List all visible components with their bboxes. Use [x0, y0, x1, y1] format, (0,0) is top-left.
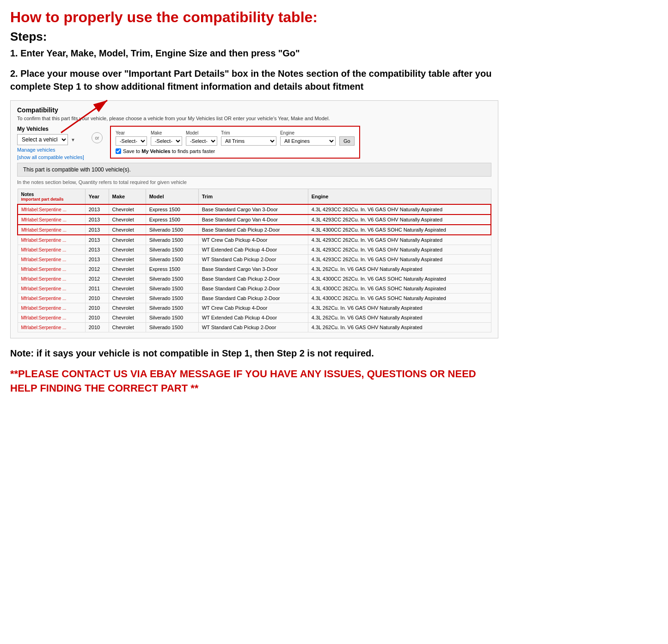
table-row: Mfrlabel:Serpentine ...2013ChevroletSilv… [18, 225, 491, 235]
table-row: Mfrlabel:Serpentine ...2012ChevroletExpr… [18, 264, 491, 274]
cell-make: Chevrolet [109, 245, 146, 255]
cell-trim: WT Extended Cab Pickup 4-Door [198, 313, 308, 323]
notes-cell: Mfrlabel:Serpentine ... [18, 215, 85, 225]
notes-cell: Mfrlabel:Serpentine ... [18, 264, 85, 274]
cell-trim: Base Standard Cargo Van 3-Door [198, 204, 308, 215]
cell-make: Chevrolet [109, 264, 146, 274]
cell-year: 2013 [85, 235, 109, 245]
cell-year: 2012 [85, 264, 109, 274]
cell-make: Chevrolet [109, 255, 146, 264]
table-body: Mfrlabel:Serpentine ...2013ChevroletExpr… [18, 204, 491, 332]
col-make: Make [109, 189, 146, 205]
year-select[interactable]: -Select- [116, 136, 147, 146]
engine-group: Engine All Engines [280, 130, 336, 146]
cell-engine: 4.3L 262Cu. In. V6 GAS OHV Naturally Asp… [308, 303, 491, 313]
cell-engine: 4.3L 4293CC 262Cu. In. V6 GAS OHV Natura… [308, 235, 491, 245]
engine-select[interactable]: All Engines [280, 136, 336, 146]
cell-make: Chevrolet [109, 284, 146, 294]
compat-count-bar: This part is compatible with 1000 vehicl… [17, 163, 491, 177]
col-notes: Notes Important part details [18, 189, 85, 205]
vehicle-select[interactable]: Select a vehicle [17, 134, 68, 145]
cell-model: Silverado 1500 [146, 235, 198, 245]
cell-make: Chevrolet [109, 294, 146, 303]
table-row: Mfrlabel:Serpentine ...2012ChevroletSilv… [18, 274, 491, 284]
cell-year: 2013 [85, 204, 109, 215]
contact-text: **PLEASE CONTACT US VIA EBAY MESSAGE IF … [10, 367, 498, 396]
cell-model: Express 1500 [146, 215, 198, 225]
table-row: Mfrlabel:Serpentine ...2013ChevroletSilv… [18, 255, 491, 264]
vehicle-select-row: Select a vehicle ▼ [17, 134, 84, 145]
compatibility-section: Compatibility To confirm that this part … [10, 100, 498, 338]
cell-trim: Base Standard Cab Pickup 2-Door [198, 294, 308, 303]
cell-trim: WT Standard Cab Pickup 2-Door [198, 255, 308, 264]
notes-cell: Mfrlabel:Serpentine ... [18, 245, 85, 255]
make-group: Make -Select- [151, 130, 182, 146]
step2-text: 2. Place your mouse over "Important Part… [10, 67, 498, 93]
table-row: Mfrlabel:Serpentine ...2010ChevroletSilv… [18, 313, 491, 323]
important-part-label: Important part details [21, 197, 82, 202]
cell-year: 2010 [85, 313, 109, 323]
go-button[interactable]: Go [339, 136, 355, 146]
manage-vehicles-link[interactable]: Manage vehicles [17, 147, 84, 153]
cell-engine: 4.3L 4300CC 262Cu. In. V6 GAS SOHC Natur… [308, 274, 491, 284]
make-select[interactable]: -Select- [151, 136, 182, 146]
steps-title: Steps: [10, 30, 498, 44]
cell-model: Silverado 1500 [146, 245, 198, 255]
cell-engine: 4.3L 4300CC 262Cu. In. V6 GAS SOHC Natur… [308, 284, 491, 294]
cell-trim: Base Standard Cab Pickup 2-Door [198, 274, 308, 284]
table-row: Mfrlabel:Serpentine ...2011ChevroletSilv… [18, 284, 491, 294]
or-divider: or [92, 132, 103, 143]
cell-model: Silverado 1500 [146, 294, 198, 303]
notes-cell: Mfrlabel:Serpentine ... [18, 255, 85, 264]
note-text: Note: if it says your vehicle is not com… [10, 347, 498, 360]
cell-year: 2010 [85, 303, 109, 313]
table-row: Mfrlabel:Serpentine ...2013ChevroletExpr… [18, 215, 491, 225]
trim-group: Trim All Trims [221, 130, 276, 146]
cell-trim: Base Standard Cargo Van 3-Door [198, 264, 308, 274]
notes-cell: Mfrlabel:Serpentine ... [18, 225, 85, 235]
cell-model: Silverado 1500 [146, 323, 198, 332]
model-select[interactable]: -Select- [186, 136, 217, 146]
cell-model: Silverado 1500 [146, 303, 198, 313]
save-label: Save to My Vehicles to finds parts faste… [123, 148, 215, 154]
col-trim: Trim [198, 189, 308, 205]
make-label: Make [151, 130, 182, 135]
notes-cell: Mfrlabel:Serpentine ... [18, 235, 85, 245]
show-all-link[interactable]: [show all compatible vehicles] [17, 154, 84, 160]
notes-cell: Mfrlabel:Serpentine ... [18, 274, 85, 284]
cell-trim: WT Crew Cab Pickup 4-Door [198, 303, 308, 313]
notes-cell: Mfrlabel:Serpentine ... [18, 204, 85, 215]
cell-engine: 4.3L 4293CC 262Cu. In. V6 GAS OHV Natura… [308, 245, 491, 255]
table-row: Mfrlabel:Serpentine ...2010ChevroletSilv… [18, 323, 491, 332]
compat-title: Compatibility [17, 106, 491, 114]
cell-model: Silverado 1500 [146, 225, 198, 235]
cell-year: 2013 [85, 255, 109, 264]
notes-cell: Mfrlabel:Serpentine ... [18, 303, 85, 313]
cell-engine: 4.3L 262Cu. In. V6 GAS OHV Naturally Asp… [308, 264, 491, 274]
cell-trim: WT Crew Cab Pickup 4-Door [198, 235, 308, 245]
cell-model: Silverado 1500 [146, 274, 198, 284]
cell-make: Chevrolet [109, 274, 146, 284]
save-checkbox[interactable] [116, 148, 121, 154]
trim-label: Trim [221, 130, 276, 135]
cell-make: Chevrolet [109, 313, 146, 323]
cell-engine: 4.3L 4293CC 262Cu. In. V6 GAS OHV Natura… [308, 215, 491, 225]
cell-engine: 4.3L 262Cu. In. V6 GAS OHV Naturally Asp… [308, 313, 491, 323]
my-vehicles-label: My Vehicles [17, 126, 84, 132]
notes-cell: Mfrlabel:Serpentine ... [18, 323, 85, 332]
cell-make: Chevrolet [109, 225, 146, 235]
cell-trim: WT Extended Cab Pickup 4-Door [198, 245, 308, 255]
cell-make: Chevrolet [109, 323, 146, 332]
trim-select[interactable]: All Trims [221, 136, 276, 146]
compatibility-table: Notes Important part details Year Make M… [17, 189, 491, 332]
cell-engine: 4.3L 4293CC 262Cu. In. V6 GAS OHV Natura… [308, 255, 491, 264]
cell-engine: 4.3L 262Cu. In. V6 GAS OHV Naturally Asp… [308, 323, 491, 332]
cell-model: Silverado 1500 [146, 313, 198, 323]
my-vehicles-section: My Vehicles Select a vehicle ▼ Manage ve… [17, 126, 84, 160]
cell-trim: Base Standard Cab Pickup 2-Door [198, 225, 308, 235]
cell-trim: Base Standard Cargo Van 4-Door [198, 215, 308, 225]
cell-year: 2011 [85, 284, 109, 294]
ymm-section: Year -Select- Make -Select- Model [110, 126, 360, 159]
col-year: Year [85, 189, 109, 205]
cell-make: Chevrolet [109, 204, 146, 215]
